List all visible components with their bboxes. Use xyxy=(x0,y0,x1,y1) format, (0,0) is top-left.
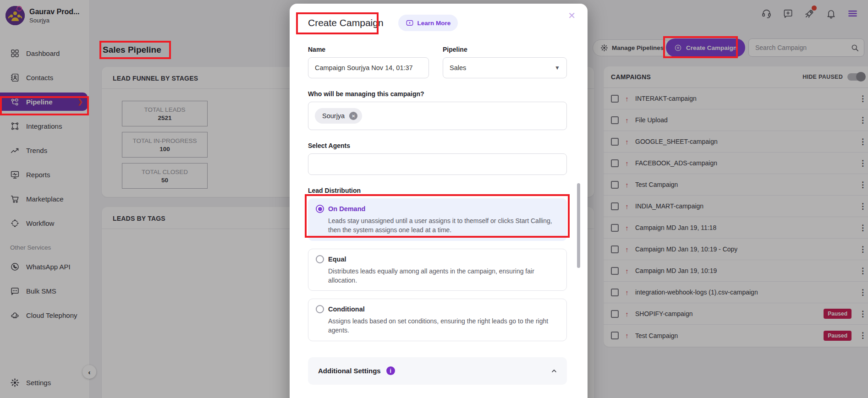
manager-chip: Sourjya ✕ xyxy=(315,108,362,124)
manager-label: Who will be managing this campaign? xyxy=(308,90,567,98)
modal-scrollbar-thumb[interactable] xyxy=(577,183,580,268)
lead-distribution-label: Lead Distribution xyxy=(308,187,567,194)
option-description: Leads stay unassigned until a user assig… xyxy=(328,216,559,235)
remove-chip-icon[interactable]: ✕ xyxy=(349,112,357,120)
learn-more-button[interactable]: Learn More xyxy=(398,15,458,31)
distribution-option-on-demand[interactable]: On Demand Leads stay unassigned until a … xyxy=(308,198,567,241)
chevron-down-icon: ▼ xyxy=(555,65,560,71)
play-icon xyxy=(406,19,414,27)
radio-icon[interactable] xyxy=(316,305,324,313)
create-campaign-modal: ✕ Create Campaign Learn More Name Pipeli… xyxy=(290,4,588,398)
select-agents-label: Select Agents xyxy=(308,142,567,149)
option-description: Assigns leads based on set conditions, e… xyxy=(328,316,559,335)
manager-multiselect[interactable]: Sourjya ✕ xyxy=(308,102,567,130)
additional-settings-label: Additional Settings xyxy=(318,367,381,375)
distribution-option-conditional[interactable]: Conditional Assigns leads based on set c… xyxy=(308,299,567,341)
pipeline-select[interactable]: Sales ▼ xyxy=(443,57,567,78)
radio-icon[interactable] xyxy=(316,205,324,213)
option-description: Distributes leads equally among all agen… xyxy=(328,267,559,285)
distribution-option-equal[interactable]: Equal Distributes leads equally among al… xyxy=(308,249,567,291)
name-label: Name xyxy=(308,46,429,53)
close-icon[interactable]: ✕ xyxy=(568,11,576,20)
info-icon[interactable]: i xyxy=(386,366,395,375)
modal-title: Create Campaign xyxy=(308,15,388,31)
option-name: Equal xyxy=(328,256,346,263)
option-name: On Demand xyxy=(328,205,365,213)
agents-multiselect[interactable] xyxy=(308,153,567,175)
additional-settings-toggle[interactable]: Additional Settings i xyxy=(308,357,567,385)
option-name: Conditional xyxy=(328,305,365,313)
radio-icon[interactable] xyxy=(316,255,324,263)
chevron-up-icon xyxy=(550,367,558,375)
pipeline-label: Pipeline xyxy=(443,46,567,53)
campaign-name-input[interactable] xyxy=(308,57,429,78)
